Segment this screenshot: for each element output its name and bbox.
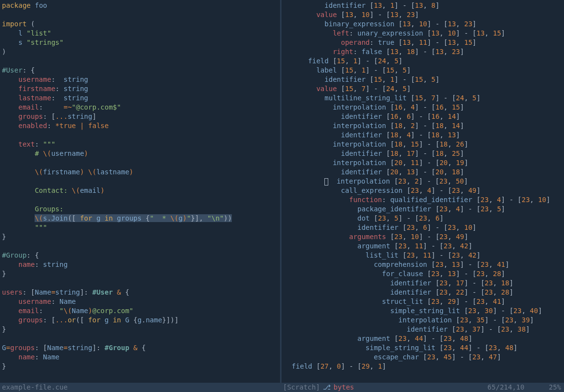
status-right: [Scratch] ⎇ bytes 65/214,10 25%: [280, 383, 564, 392]
tree-line[interactable]: identifier [23, 22] - [23, 28]: [283, 288, 564, 297]
tree-line[interactable]: call_expression [23, 4] - [23, 49]: [283, 186, 564, 195]
code-line[interactable]: #User: {: [2, 66, 280, 75]
tree-line[interactable]: simple_string_lit [23, 44] - [23, 48]: [283, 343, 564, 353]
tree-line[interactable]: arguments [23, 10] - [23, 49]: [283, 232, 564, 242]
code-line[interactable]: """: [2, 223, 280, 232]
tree-line[interactable]: identifier [16, 6] - [16, 14]: [283, 112, 564, 121]
tree-line[interactable]: list_lit [23, 11] - [23, 42]: [283, 251, 564, 260]
code-line[interactable]: email: =~"@corp.com$": [2, 103, 280, 112]
code-line[interactable]: groups: [...or([ for g in G {g.name}])]: [2, 316, 280, 325]
tree-line[interactable]: escape_char [23, 45] - [23, 47]: [283, 353, 564, 362]
code-line[interactable]: }: [2, 362, 280, 371]
code-line[interactable]: [2, 242, 280, 251]
tree-line[interactable]: interpolation [16, 4] - [16, 15]: [283, 103, 564, 112]
code-line[interactable]: import (: [2, 19, 280, 29]
tree-line[interactable]: interpolation [18, 15] - [18, 26]: [283, 140, 564, 149]
tree-line[interactable]: identifier [23, 37] - [23, 38]: [283, 325, 564, 334]
code-line[interactable]: \(s.Join([ for g in groups {" * \(g)"}],…: [2, 214, 280, 223]
tree-line[interactable]: multiline_string_lit [15, 7] - [24, 5]: [283, 93, 564, 103]
code-line[interactable]: [2, 131, 280, 140]
code-pane-left[interactable]: package foo import ( l "list" s "strings…: [0, 0, 280, 383]
code-line[interactable]: [2, 195, 280, 205]
code-line[interactable]: G=groups: [Name=string]: #Group & {: [2, 343, 280, 353]
tree-line[interactable]: identifier [15, 1] - [15, 5]: [283, 75, 564, 84]
code-line[interactable]: s "strings": [2, 38, 280, 47]
status-position: 65/214,10: [488, 383, 549, 392]
tree-line[interactable]: function: qualified_identifier [23, 4] -…: [283, 195, 564, 205]
code-line[interactable]: [2, 334, 280, 343]
code-line[interactable]: groups: [...string]: [2, 112, 280, 121]
tree-line[interactable]: comprehension [23, 13] - [23, 41]: [283, 260, 564, 269]
tree-line[interactable]: package_identifier [23, 4] - [23, 5]: [283, 205, 564, 214]
code-line[interactable]: \(firstname) \(lastname): [2, 168, 280, 177]
code-line[interactable]: name: Name: [2, 353, 280, 362]
tree-line[interactable]: interpolation [18, 2] - [18, 14]: [283, 121, 564, 131]
split-panes: package foo import ( l "list" s "strings…: [0, 0, 564, 383]
scratch-buffer-name: [Scratch]: [283, 383, 320, 392]
tree-line[interactable]: identifier [20, 13] - [20, 18]: [283, 168, 564, 177]
code-line[interactable]: [2, 56, 280, 66]
code-line[interactable]: #Group: {: [2, 251, 280, 260]
code-line[interactable]: enabled: *true | false: [2, 121, 280, 131]
cursor-icon: [324, 178, 328, 186]
tree-line[interactable]: identifier [23, 17] - [23, 18]: [283, 279, 564, 288]
code-line[interactable]: [2, 177, 280, 186]
code-line[interactable]: ): [2, 47, 280, 56]
tree-line[interactable]: value [13, 10] - [13, 23]: [283, 10, 564, 19]
tree-line[interactable]: interpolation [20, 11] - [20, 19]: [283, 158, 564, 168]
code-line[interactable]: Contact: \(email): [2, 186, 280, 195]
tree-line[interactable]: for_clause [23, 13] - [23, 28]: [283, 269, 564, 279]
code-line[interactable]: users: [Name=string]: #User & {: [2, 288, 280, 297]
code-line[interactable]: [2, 10, 280, 19]
tree-line[interactable]: field [27, 0] - [29, 1]: [283, 362, 564, 371]
code-line[interactable]: lastname: string: [2, 93, 280, 103]
status-spacer: [354, 383, 488, 392]
tree-pane-right[interactable]: identifier [13, 1] - [13, 8] value [13, …: [282, 0, 564, 383]
editor-window: package foo import ( l "list" s "strings…: [0, 0, 564, 392]
status-filetype: bytes: [334, 383, 354, 392]
tree-line[interactable]: identifier [18, 17] - [18, 25]: [283, 149, 564, 158]
code-line[interactable]: [2, 158, 280, 168]
branch-icon: ⎇: [323, 383, 331, 392]
code-line[interactable]: # \(username): [2, 149, 280, 158]
code-line[interactable]: username: Name: [2, 297, 280, 306]
code-line[interactable]: [2, 279, 280, 288]
tree-line[interactable]: value [15, 7] - [24, 5]: [283, 84, 564, 93]
tree-line[interactable]: argument [23, 44] - [23, 48]: [283, 334, 564, 343]
status-left-filename: example-file.cue: [0, 383, 280, 392]
code-line[interactable]: }: [2, 269, 280, 279]
code-line[interactable]: name: string: [2, 260, 280, 269]
tree-line[interactable]: left: unary_expression [13, 10] - [13, 1…: [283, 29, 564, 38]
tree-line[interactable]: identifier [23, 6] - [23, 10]: [283, 223, 564, 232]
tree-line[interactable]: field [15, 1] - [24, 5]: [283, 56, 564, 66]
tree-line[interactable]: argument [23, 11] - [23, 42]: [283, 242, 564, 251]
status-bar: example-file.cue [Scratch] ⎇ bytes 65/21…: [0, 383, 564, 392]
tree-line[interactable]: right: false [13, 18] - [13, 23]: [283, 47, 564, 56]
tree-line[interactable]: interpolation [23, 35] - [23, 39]: [283, 316, 564, 325]
tree-line[interactable]: label [15, 1] - [15, 5]: [283, 66, 564, 75]
tree-line[interactable]: operand: true [13, 11] - [13, 15]: [283, 38, 564, 47]
tree-line[interactable]: identifier [18, 4] - [18, 13]: [283, 131, 564, 140]
code-line[interactable]: }: [2, 325, 280, 334]
tree-line[interactable]: dot [23, 5] - [23, 6]: [283, 214, 564, 223]
code-line[interactable]: text: """: [2, 140, 280, 149]
tree-line[interactable]: simple_string_lit [23, 30] - [23, 40]: [283, 306, 564, 316]
tree-line[interactable]: struct_lit [23, 29] - [23, 41]: [283, 297, 564, 306]
code-line[interactable]: l "list": [2, 29, 280, 38]
status-percent: 25%: [549, 383, 564, 392]
tree-line[interactable]: binary_expression [13, 10] - [13, 23]: [283, 19, 564, 29]
tree-line[interactable]: identifier [13, 1] - [13, 8]: [283, 1, 564, 10]
code-line[interactable]: Groups:: [2, 205, 280, 214]
code-line[interactable]: email: "\(Name)@corp.com": [2, 306, 280, 316]
code-line[interactable]: }: [2, 232, 280, 242]
tree-line[interactable]: interpolation [23, 2] - [23, 50]: [283, 177, 564, 186]
code-line[interactable]: username: string: [2, 75, 280, 84]
code-line[interactable]: package foo: [2, 1, 280, 10]
code-line[interactable]: firstname: string: [2, 84, 280, 93]
